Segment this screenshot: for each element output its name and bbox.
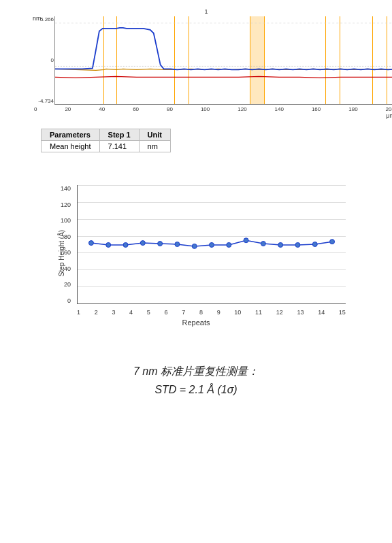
- bottom-chart-svg: [78, 185, 346, 303]
- params-table: Parameters Step 1 Unit Mean height 7.141…: [41, 129, 171, 152]
- svg-point-11: [244, 238, 248, 243]
- bottom-x-ticks: 1 2 3 4 5 6 7 8 9 10 11 12 13 14 15: [77, 309, 346, 316]
- svg-point-15: [312, 242, 317, 247]
- chart-svg: [55, 16, 392, 104]
- footer-line1: 7 nm 标准片重复性测量：: [14, 362, 378, 380]
- svg-point-6: [158, 242, 163, 246]
- y-ticks: 5.266 0 -4.734: [36, 16, 54, 104]
- y-tick-bot: -4.734: [36, 98, 54, 104]
- svg-point-16: [330, 240, 335, 244]
- svg-point-8: [192, 244, 197, 248]
- bottom-chart-inner: [77, 185, 346, 304]
- col-header-step1: Step 1: [99, 129, 139, 141]
- bottom-chart-section: Step Height (Å) 140 120 100 80 60 40 20 …: [14, 178, 378, 328]
- param-unit: nm: [139, 141, 170, 152]
- svg-point-2: [88, 241, 93, 246]
- svg-point-5: [140, 241, 145, 246]
- y-tick-top: 5.266: [36, 16, 54, 22]
- page: nm 1 5.266 0 -4.734: [0, 0, 392, 406]
- top-chart-section: nm 1 5.266 0 -4.734: [14, 16, 378, 119]
- bottom-y-ticks: 140 120 100 80 60 40 20 0: [39, 185, 74, 304]
- footer-text: 7 nm 标准片重复性测量： STD = 2.1 Å (1σ): [14, 362, 378, 399]
- svg-point-7: [175, 242, 180, 247]
- svg-point-4: [123, 242, 128, 247]
- svg-point-10: [227, 242, 231, 247]
- one-label: 1: [204, 8, 208, 15]
- col-header-parameters: Parameters: [42, 129, 100, 141]
- top-chart: 5.266 0 -4.734: [54, 16, 392, 105]
- col-header-unit: Unit: [139, 129, 170, 141]
- y-tick-zero: 0: [36, 57, 54, 63]
- svg-point-3: [106, 242, 111, 247]
- table-row: Mean height 7.141 nm: [42, 141, 171, 152]
- param-value: 7.141: [99, 141, 139, 152]
- bottom-x-axis-label: Repeats: [39, 318, 353, 327]
- params-table-wrap: Parameters Step 1 Unit Mean height 7.141…: [41, 129, 378, 152]
- svg-point-9: [210, 242, 214, 247]
- x-axis-unit: μm: [34, 112, 392, 119]
- svg-point-13: [278, 242, 283, 247]
- bottom-chart-container: Step Height (Å) 140 120 100 80 60 40 20 …: [39, 178, 353, 328]
- footer-line2: STD = 2.1 Å (1σ): [14, 380, 378, 399]
- svg-point-14: [295, 242, 300, 247]
- param-name: Mean height: [42, 141, 100, 152]
- x-ticks: 0 20 40 60 80 100 120 140 160 180 200: [34, 106, 392, 112]
- svg-point-12: [261, 242, 265, 246]
